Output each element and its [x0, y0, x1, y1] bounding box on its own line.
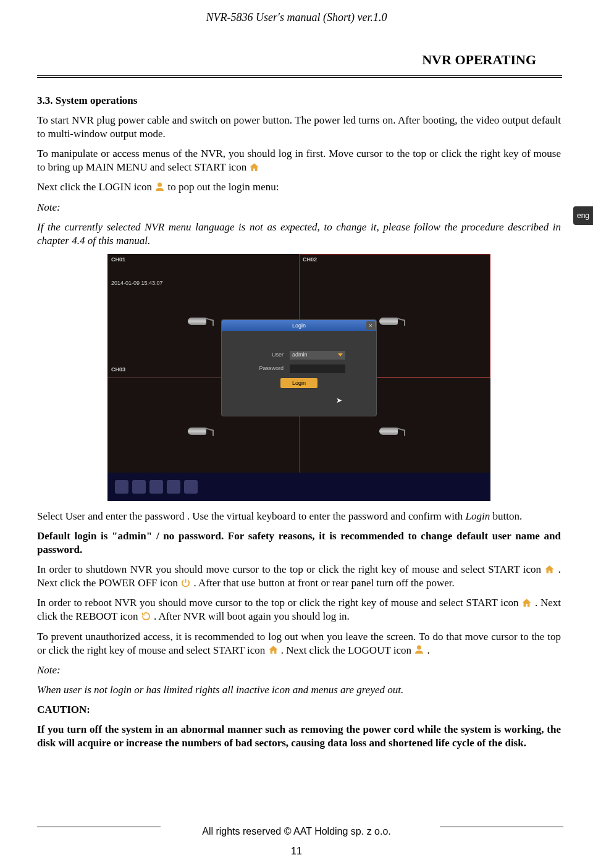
para-2: To manipulate or access menus of the NVR… — [37, 147, 561, 174]
toolbar-button[interactable] — [132, 480, 146, 494]
para-1: To start NVR plug power cable and switch… — [37, 114, 561, 141]
toolbar-button[interactable] — [167, 480, 180, 494]
para-5: Default login is "admin" / no password. … — [37, 529, 561, 557]
login-button[interactable]: Login — [280, 378, 318, 388]
note-2-body: When user is not login or has limited ri… — [37, 683, 561, 697]
section-title: NVR OPERATING — [422, 52, 536, 68]
home-icon — [249, 162, 259, 172]
para-4b: Login — [466, 510, 490, 522]
para-8c: . — [427, 644, 430, 656]
para-7: In order to reboot NVR you should move c… — [37, 596, 561, 623]
ch03-label: CH03 — [111, 366, 125, 374]
bottom-toolbar — [107, 473, 490, 501]
camera-icon — [379, 316, 408, 327]
para-2-text: To manipulate or access menus of the NVR… — [37, 148, 561, 173]
language-tab: eng — [573, 206, 593, 225]
timestamp-label: 2014-01-09 15:43:07 — [111, 280, 163, 287]
nvr-login-figure: CH01 CH02 CH03 2014-01-09 15:43:07 Login… — [107, 254, 490, 501]
doc-header: NVR-5836 User's manual (Short) ver.1.0 — [0, 11, 593, 24]
toolbar-button[interactable] — [184, 480, 198, 494]
toolbar-button[interactable] — [149, 480, 163, 494]
para-4a: Select User and enter the password . Use… — [37, 510, 466, 522]
home-icon — [544, 564, 555, 575]
para-4c: button. — [490, 510, 522, 522]
para-6: In order to shutdown NVR you should move… — [37, 563, 561, 590]
user-label: User — [253, 352, 284, 359]
footer-text: All rights reserved © AAT Holding sp. z … — [0, 826, 593, 837]
power-icon — [180, 578, 191, 588]
reboot-icon — [141, 611, 151, 622]
para-6a: In order to shutdown NVR you should move… — [37, 563, 544, 575]
para-8: To prevent unauthorized access, it is re… — [37, 630, 561, 657]
home-icon — [521, 597, 532, 608]
ch02-label: CH02 — [303, 256, 317, 264]
para-6c: . After that use button at front or rear… — [194, 577, 455, 589]
note-1-body: If the currently selected NVR menu langu… — [37, 221, 561, 248]
page-number: 11 — [0, 846, 593, 857]
para-7a: In order to reboot NVR you should move c… — [37, 597, 521, 609]
logout-user-icon — [414, 644, 424, 655]
para-3: Next click the LOGIN icon to pop out the… — [37, 180, 561, 194]
password-input[interactable] — [290, 364, 345, 373]
para-3b: to pop out the login menu: — [168, 181, 279, 193]
caution-body: If you turn off the system in an abnorma… — [37, 723, 561, 750]
password-label: Password — [253, 365, 284, 373]
close-icon[interactable]: × — [366, 321, 375, 330]
para-3a: Next click the LOGIN icon — [37, 181, 154, 193]
camera-icon — [188, 426, 216, 437]
camera-icon — [379, 426, 408, 437]
chevron-down-icon — [338, 353, 343, 356]
home-icon — [268, 644, 279, 655]
body-content: 3.3. System operations To start NVR plug… — [37, 91, 561, 756]
login-titlebar: Login × — [222, 320, 376, 331]
para-4: Select User and enter the password . Use… — [37, 510, 561, 523]
divider-top — [37, 75, 562, 78]
note-1-label: Note: — [37, 201, 561, 214]
para-8b: . Next click the LOGOUT icon — [281, 644, 414, 656]
toolbar-button[interactable] — [115, 480, 128, 494]
heading-sysop: 3.3. System operations — [37, 94, 561, 107]
user-icon — [154, 182, 165, 192]
cursor-icon: ➤ — [336, 396, 342, 406]
ch01-label: CH01 — [111, 256, 125, 264]
user-select-value: admin — [292, 352, 308, 359]
caution-label: CAUTION: — [37, 703, 561, 717]
login-window: Login × User admin Password Login — [222, 320, 376, 416]
camera-icon — [188, 316, 216, 327]
user-select[interactable]: admin — [290, 351, 345, 360]
note-2-label: Note: — [37, 664, 561, 677]
login-title-text: Login — [292, 322, 306, 329]
para-7c: . After NVR will boot again you should l… — [154, 610, 350, 622]
